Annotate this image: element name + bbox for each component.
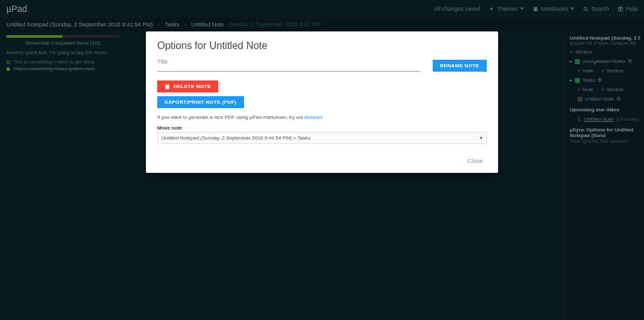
abstract-link[interactable]: Abstract [304, 114, 323, 120]
title-label: Title [157, 58, 168, 65]
move-note-select[interactable]: Untitled Notepad (Sunday, 2 September 20… [157, 132, 487, 144]
note-options-modal: Options for Untitled Note Title Rename N… [146, 31, 498, 173]
delete-note-label: Delete Note [174, 84, 211, 89]
move-note-value: Untitled Notepad (Sunday, 2 September 20… [162, 135, 311, 141]
trash-icon [165, 84, 170, 89]
pdf-hint: If you want to generate a nice PDF using… [157, 114, 487, 120]
delete-note-button[interactable]: Delete Note [157, 80, 218, 92]
move-note-label: Move note [157, 125, 487, 131]
title-field[interactable]: Title [157, 58, 420, 72]
close-button[interactable]: Close [464, 155, 487, 167]
pdf-hint-text: If you want to generate a nice PDF using… [157, 114, 304, 120]
modal-overlay[interactable]: Options for Untitled Note Title Rename N… [0, 0, 644, 320]
rename-note-button[interactable]: Rename Note [433, 60, 487, 72]
chevron-down-icon: ▾ [480, 135, 482, 141]
export-note-button[interactable]: Export/Print Note (PDF) [157, 96, 244, 108]
modal-heading: Options for Untitled Note [157, 40, 487, 52]
